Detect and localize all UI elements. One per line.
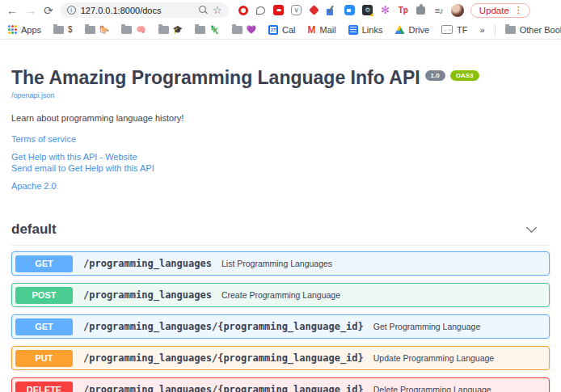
endpoint-path: /programming_languages bbox=[83, 289, 212, 301]
endpoint-summary: List Programming Languages bbox=[221, 259, 332, 268]
oas3-badge: OAS3 bbox=[450, 70, 479, 81]
folder-icon bbox=[158, 26, 169, 34]
opera-extension-icon[interactable] bbox=[238, 5, 249, 16]
drive-label: Drive bbox=[408, 25, 429, 35]
folder-icon bbox=[121, 26, 132, 34]
endpoint-get-list[interactable]: GET /programming_languages List Programm… bbox=[11, 251, 550, 276]
cbs-extension-icon[interactable] bbox=[273, 5, 285, 16]
zoom-search-icon[interactable] bbox=[199, 6, 208, 15]
brain-icon: 🧠 bbox=[136, 26, 146, 34]
music-queue-extension-icon[interactable]: ≡♪ bbox=[433, 5, 445, 16]
lizard-icon: 🦎 bbox=[209, 26, 219, 34]
endpoint-path: /programming_languages/{programming_lang… bbox=[83, 352, 364, 364]
endpoint-summary: Create Programming Language bbox=[221, 290, 340, 300]
update-button[interactable]: Update ⋮ bbox=[470, 3, 530, 18]
flower-extension-icon[interactable]: ✻ bbox=[380, 5, 391, 16]
endpoint-list: GET /programming_languages List Programm… bbox=[11, 251, 550, 392]
bookmark-apps[interactable]: Apps bbox=[8, 25, 41, 35]
calendar-icon: 27 bbox=[268, 25, 278, 35]
extension-icons: ∨ ⚙ ✻ Tp ≡♪ Update ⋮ bbox=[238, 3, 530, 18]
update-label: Update bbox=[479, 6, 509, 15]
method-badge: DELETE bbox=[15, 381, 73, 392]
method-badge: GET bbox=[15, 255, 73, 272]
openapi-json-link[interactable]: /openapi.json bbox=[11, 91, 550, 99]
endpoint-delete[interactable]: DELETE /programming_languages/{programmi… bbox=[11, 377, 550, 392]
endpoint-path: /programming_languages bbox=[83, 258, 212, 269]
bookmark-calendar[interactable]: 27 Cal bbox=[268, 25, 296, 35]
section-title: default bbox=[11, 221, 57, 238]
zoom-camera-extension-icon[interactable] bbox=[344, 5, 356, 16]
tf-label: TF bbox=[457, 25, 467, 35]
forward-icon[interactable]: → bbox=[25, 5, 36, 16]
reload-icon[interactable]: ⟳ bbox=[44, 5, 53, 16]
bookmark-tf[interactable]: ←▫ TF bbox=[441, 25, 467, 35]
folder-icon bbox=[53, 26, 64, 34]
bookmark-folder-brain[interactable]: 🧠 bbox=[121, 26, 146, 34]
endpoint-get-one[interactable]: GET /programming_languages/{programming_… bbox=[11, 314, 550, 339]
apps-grid-icon bbox=[8, 25, 17, 34]
bookmark-folder-money[interactable]: $ bbox=[53, 26, 73, 34]
bookmarks-overflow-chevron[interactable]: » bbox=[480, 25, 485, 35]
endpoint-put-update[interactable]: PUT /programming_languages/{programming_… bbox=[11, 346, 550, 370]
endpoint-post-create[interactable]: POST /programming_languages Create Progr… bbox=[11, 283, 550, 307]
method-badge: PUT bbox=[15, 350, 73, 367]
terms-of-service-link[interactable]: Terms of service bbox=[11, 133, 550, 145]
bookmark-folder-lizard[interactable]: 🦎 bbox=[195, 26, 219, 34]
endpoint-path: /programming_languages/{programming_lang… bbox=[83, 321, 364, 332]
bookmarks-bar: Apps $ 🐎 🧠 🎓 🦎 💜 27 Cal M Mail Links Dri… bbox=[0, 20, 561, 40]
endpoint-summary: Update Programming Language bbox=[373, 353, 494, 363]
diamond-extension-icon[interactable] bbox=[309, 5, 320, 16]
folder-icon bbox=[232, 26, 243, 34]
other-bookmarks-label: Other Bookmarks bbox=[520, 25, 561, 35]
dollar-icon: $ bbox=[68, 26, 73, 34]
atom-extension-icon[interactable]: ⚙ bbox=[362, 5, 373, 16]
apps-label: Apps bbox=[21, 25, 41, 35]
endpoint-summary: Delete Programming Language bbox=[373, 385, 491, 392]
bookmark-links[interactable]: Links bbox=[348, 25, 383, 35]
chat-bubble-extension-icon[interactable] bbox=[255, 5, 267, 16]
bookmark-star-icon[interactable]: ☆ bbox=[213, 5, 222, 15]
endpoint-summary: Get Programming Language bbox=[373, 322, 481, 331]
eyedropper-extension-icon[interactable] bbox=[327, 5, 338, 16]
site-info-icon[interactable]: i bbox=[67, 6, 76, 15]
gmail-icon: M bbox=[308, 24, 316, 36]
bookmark-folder-heart[interactable]: 💜 bbox=[232, 26, 256, 34]
bookmark-mail[interactable]: M Mail bbox=[308, 24, 336, 36]
version-badge: 1.0 bbox=[425, 70, 445, 81]
api-description: Learn about programming language history… bbox=[11, 113, 550, 123]
horse-icon: 🐎 bbox=[99, 26, 109, 34]
endpoint-path: /programming_languages/{programming_lang… bbox=[83, 384, 364, 392]
bookmark-folder-graduation[interactable]: 🎓 bbox=[158, 26, 183, 34]
other-bookmarks[interactable]: Other Bookmarks bbox=[505, 25, 561, 35]
tp-extension-icon[interactable]: Tp bbox=[398, 5, 409, 16]
bookmark-drive[interactable]: Drive bbox=[394, 25, 429, 35]
license-link[interactable]: Apache 2.0 bbox=[11, 180, 550, 192]
mail-label: Mail bbox=[320, 25, 336, 35]
pocket-extension-icon[interactable]: ∨ bbox=[291, 5, 302, 16]
purple-heart-icon: 💜 bbox=[247, 26, 256, 34]
browser-menu-icon[interactable]: ⋮ bbox=[514, 6, 523, 15]
contact-email-link[interactable]: Send email to Get Help with this API bbox=[11, 162, 550, 174]
folder-icon bbox=[85, 26, 95, 34]
back-icon[interactable]: ← bbox=[6, 5, 18, 16]
calendar-label: Cal bbox=[282, 25, 296, 35]
drive-icon bbox=[394, 25, 404, 34]
url-text[interactable]: 127.0.0.1:8000/docs bbox=[81, 6, 194, 15]
profile-avatar[interactable] bbox=[451, 4, 464, 17]
contact-website-link[interactable]: Get Help with this API - Website bbox=[11, 151, 550, 162]
graduation-cap-icon: 🎓 bbox=[173, 26, 183, 34]
list-icon bbox=[348, 25, 358, 35]
address-bar[interactable]: i 127.0.0.1:8000/docs ☆ bbox=[61, 2, 229, 18]
page-title: The Amazing Programming Language Info AP… bbox=[11, 68, 420, 88]
method-badge: GET bbox=[15, 318, 73, 335]
section-default-header[interactable]: default bbox=[11, 221, 550, 246]
swagger-page: The Amazing Programming Language Info AP… bbox=[0, 68, 561, 392]
card-icon: ←▫ bbox=[441, 25, 453, 34]
chevron-down-icon[interactable] bbox=[526, 222, 537, 233]
folder-icon bbox=[505, 26, 516, 34]
browser-toolbar: ← → ⟳ i 127.0.0.1:8000/docs ☆ ∨ ⚙ ✻ Tp ≡… bbox=[0, 0, 561, 20]
puzzle-extension-icon[interactable] bbox=[415, 5, 427, 16]
method-badge: POST bbox=[15, 287, 73, 304]
bookmark-folder-horse[interactable]: 🐎 bbox=[85, 26, 109, 34]
links-label: Links bbox=[362, 25, 383, 35]
